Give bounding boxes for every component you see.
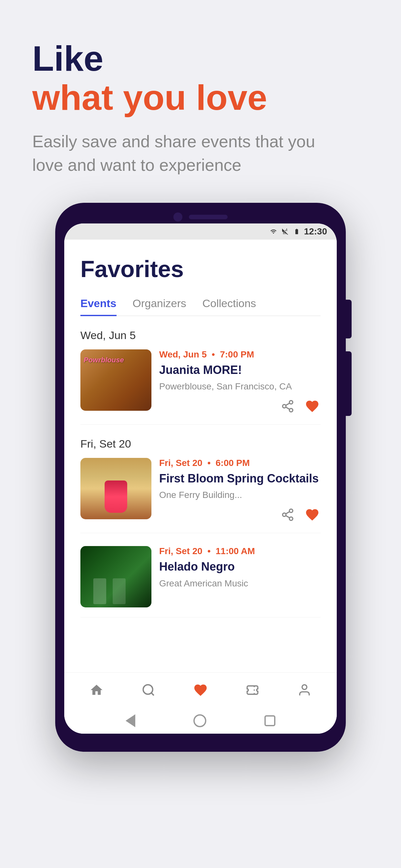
event-actions-bloom: [159, 506, 320, 523]
event-datetime-helado: Fri, Set 20 • 11:00 AM: [159, 546, 320, 556]
favorite-button-bloom[interactable]: [304, 506, 320, 523]
event-image-bloom: [81, 458, 151, 519]
event-image-juanita: [81, 349, 151, 411]
app-title: Favorites: [81, 256, 320, 282]
date-header-1: Wed, Jun 5: [81, 329, 320, 342]
tab-organizers[interactable]: Organizers: [133, 292, 186, 316]
hero-title-line2: what you love: [32, 78, 375, 117]
event-venue-helado: Great American Music: [159, 577, 320, 590]
page-container: Like what you love Easily save and share…: [0, 0, 401, 868]
svg-point-0: [289, 400, 293, 404]
date-header-2: Fri, Set 20: [81, 438, 320, 450]
phone-side-button: [346, 300, 351, 338]
nav-heart-icon: [192, 682, 209, 698]
nav-favorites[interactable]: [188, 682, 213, 698]
wifi-icon: [269, 228, 278, 235]
svg-point-1: [282, 405, 286, 408]
tabs-row: Events Organizers Collections: [81, 292, 320, 316]
svg-point-2: [289, 408, 293, 412]
status-time: 12:30: [304, 226, 327, 237]
svg-line-11: [151, 693, 154, 695]
profile-icon: [297, 682, 312, 698]
battery-icon: [292, 228, 301, 235]
svg-line-8: [286, 516, 289, 518]
status-bar: 12:30: [64, 223, 337, 240]
android-nav: [64, 708, 337, 734]
svg-point-7: [289, 517, 293, 521]
heart-icon-juanita: [305, 399, 320, 414]
heart-icon-bloom: [305, 507, 320, 522]
android-home-button[interactable]: [193, 714, 206, 727]
search-icon: [141, 682, 157, 698]
event-info-bloom: Fri, Set 20 • 6:00 PM First Bloom Spring…: [151, 458, 320, 523]
svg-line-9: [286, 512, 289, 514]
phone-notch: [64, 213, 337, 221]
phone-camera: [174, 213, 182, 221]
hero-section: Like what you love Easily save and share…: [26, 39, 375, 177]
event-venue-bloom: One Ferry Building...: [159, 489, 320, 501]
nav-profile[interactable]: [291, 682, 317, 698]
nav-home[interactable]: [84, 682, 110, 698]
ticket-icon: [244, 682, 260, 698]
bottom-nav: [64, 672, 337, 708]
event-name-juanita: Juanita MORE!: [159, 363, 320, 377]
hero-subtitle: Easily save and share events that you lo…: [32, 130, 323, 177]
hero-title-line1: Like: [32, 39, 375, 78]
svg-line-4: [286, 403, 289, 405]
event-datetime-bloom: Fri, Set 20 • 6:00 PM: [159, 458, 320, 468]
home-icon: [89, 682, 104, 698]
phone-side-button2: [346, 351, 351, 416]
svg-point-10: [143, 685, 153, 694]
nav-tickets[interactable]: [240, 682, 266, 698]
share-icon-juanita: [281, 399, 295, 413]
tab-collections[interactable]: Collections: [203, 292, 256, 316]
share-icon-bloom: [281, 508, 295, 522]
event-card-helado: Fri, Set 20 • 11:00 AM Helado Negro Grea…: [81, 546, 320, 617]
event-image-helado: [81, 546, 151, 608]
phone-speaker: [189, 215, 227, 219]
svg-line-3: [286, 407, 289, 409]
event-actions-juanita: [159, 398, 320, 414]
event-venue-juanita: Powerblouse, San Francisco, CA: [159, 380, 320, 393]
phone-mockup: 12:30 Favorites Events Organizers Collec…: [55, 203, 346, 752]
tab-events[interactable]: Events: [81, 292, 117, 316]
event-card-juanita: Wed, Jun 5 • 7:00 PM Juanita MORE! Power…: [81, 349, 320, 425]
phone-screen: 12:30 Favorites Events Organizers Collec…: [64, 223, 337, 734]
share-button-bloom[interactable]: [279, 506, 296, 523]
event-name-helado: Helado Negro: [159, 560, 320, 574]
event-info-juanita: Wed, Jun 5 • 7:00 PM Juanita MORE! Power…: [151, 349, 320, 414]
android-back-button[interactable]: [126, 714, 135, 727]
nav-search[interactable]: [135, 682, 161, 698]
svg-point-5: [289, 509, 293, 513]
svg-point-12: [302, 685, 307, 690]
event-info-helado: Fri, Set 20 • 11:00 AM Helado Negro Grea…: [151, 546, 320, 589]
event-name-bloom: First Bloom Spring Cocktails: [159, 471, 320, 485]
event-datetime-juanita: Wed, Jun 5 • 7:00 PM: [159, 349, 320, 360]
svg-point-6: [282, 513, 286, 517]
status-icons: 12:30: [269, 226, 327, 237]
event-card-bloom: Fri, Set 20 • 6:00 PM First Bloom Spring…: [81, 458, 320, 533]
share-button-juanita[interactable]: [279, 398, 296, 414]
favorite-button-juanita[interactable]: [304, 398, 320, 414]
app-content: Favorites Events Organizers Collections …: [64, 240, 337, 672]
android-recents-button[interactable]: [265, 715, 275, 726]
signal-icon: [281, 228, 289, 235]
